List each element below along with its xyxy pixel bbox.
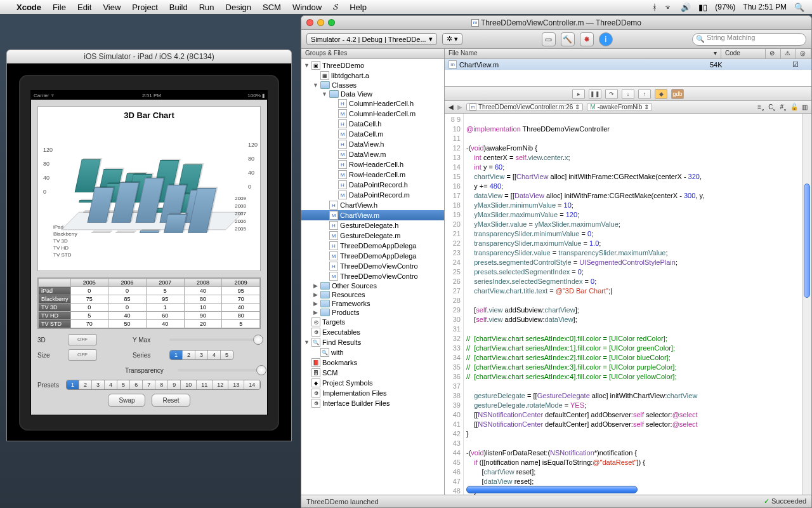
- menu-run[interactable]: Run: [199, 3, 214, 12]
- include-icon[interactable]: #ˬ: [780, 104, 787, 110]
- preset-opt-10[interactable]: 10: [181, 380, 197, 389]
- tree-node[interactable]: ▼Classes: [301, 81, 444, 90]
- tree-node[interactable]: ▶Resources: [301, 290, 444, 299]
- code-editor[interactable]: 8 9 10 11 12 13 14 15 16 17 18 19 20 21 …: [445, 114, 811, 495]
- console-icon[interactable]: gdb: [671, 89, 684, 99]
- slider-transparency[interactable]: [178, 364, 261, 376]
- tree-node[interactable]: HColumnHeaderCell.h: [301, 98, 444, 109]
- tree-node[interactable]: MRowHeaderCell.m: [301, 170, 444, 180]
- counterpart-icon[interactable]: ≡ˬ: [757, 104, 764, 110]
- script-menu-icon[interactable]: 𝓢: [333, 2, 338, 12]
- project-tree[interactable]: ▼▣ThreeDDemo▦libtdgchart.a▼Classes▼Data …: [301, 59, 444, 495]
- tree-node[interactable]: HDataCell.h: [301, 119, 444, 129]
- preset-opt-8[interactable]: 8: [155, 380, 168, 389]
- breakpoints-icon[interactable]: ▭: [542, 32, 556, 46]
- tree-node[interactable]: 🗄SCM: [301, 368, 444, 378]
- preset-opt-7[interactable]: 7: [143, 380, 155, 389]
- menu-scm[interactable]: SCM: [263, 3, 281, 12]
- data-table[interactable]: 20052006200720082009iPad0054095Blackberr…: [37, 277, 261, 329]
- tree-node[interactable]: HGestureDelegate.h: [301, 220, 444, 231]
- menu-edit[interactable]: Edit: [77, 3, 91, 12]
- tree-node[interactable]: HThreeDDemoAppDelega: [301, 241, 444, 251]
- step-out-icon[interactable]: ↑: [638, 89, 651, 99]
- menu-file[interactable]: File: [53, 3, 66, 12]
- tree-node[interactable]: MGestureDelegate.m: [301, 231, 444, 241]
- menu-window[interactable]: Window: [292, 3, 322, 12]
- tree-node[interactable]: ▼▣ThreeDDemo: [301, 60, 444, 70]
- tree-node[interactable]: ⚙Executables: [301, 327, 444, 337]
- presets-segmented[interactable]: 123456789101112131415: [66, 380, 261, 390]
- col-filename[interactable]: File Name: [449, 50, 478, 58]
- tree-node[interactable]: HChartView.h: [301, 200, 444, 210]
- ipad-screen[interactable]: Carrier ᯤ 2:51 PM 100% ▮ 3D Bar Chart 12…: [30, 90, 268, 415]
- action-dropdown[interactable]: ✲ ▾: [442, 33, 462, 45]
- series-opt-2[interactable]: 2: [183, 351, 195, 359]
- tree-node[interactable]: 🔍with: [301, 347, 444, 358]
- series-opt-3[interactable]: 3: [195, 351, 208, 359]
- tree-node[interactable]: HDataPointRecord.h: [301, 180, 444, 190]
- continue-icon[interactable]: ▸: [572, 89, 585, 99]
- pause-icon[interactable]: ❚❚: [589, 89, 601, 99]
- simulator-titlebar[interactable]: iOS Simulator - iPad / iOS 4.2 (8C134): [6, 50, 292, 64]
- tree-node[interactable]: MDataView.m: [301, 149, 444, 159]
- tree-node[interactable]: ⚙Implementation Files: [301, 388, 444, 398]
- class-icon[interactable]: Cˬ: [768, 104, 776, 110]
- line-gutter[interactable]: 8 9 10 11 12 13 14 15 16 17 18 19 20 21 …: [445, 114, 464, 495]
- file-row[interactable]: m ChartView.m 54K ☑: [445, 59, 811, 70]
- spotlight-icon[interactable]: 🔍: [794, 3, 804, 12]
- menu-project[interactable]: Project: [132, 3, 157, 12]
- preset-opt-4[interactable]: 4: [105, 380, 117, 389]
- bluetooth-icon[interactable]: ᚼ: [652, 3, 657, 12]
- tree-node[interactable]: ⚙Interface Builder Files: [301, 398, 444, 408]
- tree-node[interactable]: MThreeDDemoAppDelega: [301, 251, 444, 261]
- scheme-dropdown[interactable]: Simulator - 4.2 | Debug | ThreeDDe... ▾: [306, 33, 437, 45]
- step-in-icon[interactable]: ↓: [622, 89, 634, 99]
- info-icon[interactable]: i: [599, 32, 613, 46]
- series-opt-5[interactable]: 5: [221, 351, 233, 359]
- file-list[interactable]: File Name▾ Code ⊘ ⚠ ◎ m ChartView.m 54K …: [445, 49, 811, 87]
- step-over-icon[interactable]: ↷: [605, 89, 618, 99]
- menu-view[interactable]: View: [103, 3, 121, 12]
- preset-opt-1[interactable]: 1: [67, 380, 79, 389]
- preset-opt-3[interactable]: 3: [92, 380, 105, 389]
- xcode-titlebar[interactable]: mThreeDDemoViewController.m — ThreeDDemo: [301, 16, 811, 30]
- menu-help[interactable]: Help: [350, 3, 367, 12]
- tree-node[interactable]: 📕Bookmarks: [301, 358, 444, 368]
- nav-back-icon[interactable]: ◀: [449, 104, 454, 110]
- preset-opt-15[interactable]: 15: [260, 380, 261, 389]
- preset-opt-2[interactable]: 2: [79, 380, 92, 389]
- horizontal-scrollbar[interactable]: [466, 486, 638, 495]
- function-dropdown[interactable]: M -awakeFromNib ⇕: [587, 103, 652, 111]
- tree-node[interactable]: ▼🔍Find Results: [301, 337, 444, 347]
- col-code[interactable]: Code: [721, 49, 766, 58]
- tasks-icon[interactable]: ✸: [580, 32, 594, 46]
- tree-node[interactable]: MDataPointRecord.m: [301, 190, 444, 200]
- menubar-clock[interactable]: Thu 2:51 PM: [743, 3, 787, 11]
- tree-node[interactable]: HRowHeaderCell.h: [301, 159, 444, 170]
- tree-node[interactable]: MThreeDDemoViewContro: [301, 271, 444, 281]
- tree-node[interactable]: ▦libtdgchart.a: [301, 70, 444, 81]
- split-icon[interactable]: ▥: [802, 104, 808, 110]
- tree-node[interactable]: MColumnHeaderCell.m: [301, 109, 444, 119]
- menu-build[interactable]: Build: [169, 3, 188, 12]
- swap-button[interactable]: Swap: [108, 394, 145, 407]
- col-build-icon[interactable]: ◎: [796, 49, 811, 58]
- nav-fwd-icon[interactable]: ▶: [457, 104, 462, 110]
- series-opt-1[interactable]: 1: [170, 351, 183, 359]
- tree-node[interactable]: HDataView.h: [301, 139, 444, 149]
- col-warnings-icon[interactable]: ⚠: [781, 49, 796, 58]
- reset-button[interactable]: Reset: [152, 394, 190, 407]
- preset-opt-11[interactable]: 11: [197, 380, 213, 389]
- tree-node[interactable]: ◎Targets: [301, 317, 444, 327]
- tree-node[interactable]: MChartView.m: [301, 210, 444, 220]
- preset-opt-13[interactable]: 13: [228, 380, 244, 389]
- tree-node[interactable]: ▶Other Sources: [301, 281, 444, 290]
- menu-app[interactable]: Xcode: [16, 3, 41, 12]
- breakpoint-icon[interactable]: ◆: [655, 89, 667, 99]
- vertical-scrollbar[interactable]: [802, 114, 811, 495]
- toggle-size[interactable]: [68, 349, 97, 361]
- tree-node[interactable]: ▶Frameworks: [301, 299, 444, 308]
- tree-node[interactable]: ▶Products: [301, 308, 444, 317]
- preset-opt-5[interactable]: 5: [117, 380, 130, 389]
- battery-icon[interactable]: ▮▯: [698, 3, 707, 12]
